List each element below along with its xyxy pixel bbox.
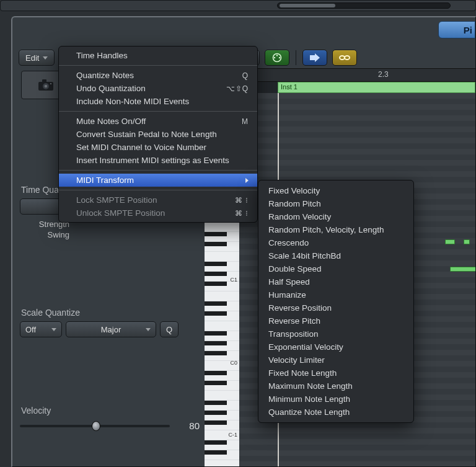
menu-shortcut: ⌘ ⁝ [235, 196, 249, 205]
scale-onoff-select[interactable]: Off [20, 321, 62, 337]
svg-point-9 [274, 57, 275, 58]
menu-item-midi-transform[interactable]: MIDI Transform [59, 174, 257, 187]
svg-point-12 [340, 56, 345, 60]
submenu-item-transposition[interactable]: Transposition [258, 327, 413, 340]
velocity-value: 80 [175, 420, 200, 431]
menu-separator [59, 65, 257, 66]
menu-item-include-nonnote[interactable]: Include Non-Note MIDI Events [59, 95, 257, 108]
functions-menu: Time Handles Quantize Notes Q Undo Quant… [58, 46, 258, 223]
velocity-heading: Velocity [21, 406, 200, 416]
submenu-item-exponential-velocity[interactable]: Exponential Velocity [258, 340, 413, 354]
link-icon[interactable] [332, 50, 357, 66]
menu-item-insert-instrument[interactable]: Insert Instrument MIDI settings as Event… [59, 154, 257, 167]
submenu-item-fixed-note-length[interactable]: Fixed Note Length [258, 367, 413, 380]
menu-item-time-handles[interactable]: Time Handles [59, 49, 257, 62]
slider-thumb[interactable] [92, 421, 100, 431]
submenu-item-scale-14bit[interactable]: Scale 14bit PitchBd [258, 249, 413, 262]
scale-onoff-value: Off [25, 325, 36, 334]
svg-point-18 [50, 83, 51, 84]
octave-label-c1: C1 [230, 277, 237, 283]
scale-mode-select[interactable]: Major [66, 321, 156, 337]
swing-label: Swing [20, 230, 69, 239]
scrollbar-thumb[interactable] [280, 4, 335, 7]
submenu-item-random-velocity[interactable]: Random Velocity [258, 210, 413, 223]
submenu-item-random-pitch[interactable]: Random Pitch [258, 197, 413, 210]
svg-point-10 [279, 57, 280, 58]
submenu-item-reverse-position[interactable]: Reverse Position [258, 301, 413, 314]
ruler-mark: 2.3 [378, 70, 389, 79]
svg-rect-15 [42, 79, 46, 82]
scale-mode-value: Major [101, 325, 121, 334]
q-button-label: Q [166, 325, 172, 334]
submenu-item-fixed-velocity[interactable]: Fixed Velocity [258, 184, 413, 197]
menu-shortcut: ⌥⇧Q [226, 84, 249, 93]
dropdown-caret-icon [51, 328, 56, 331]
horizontal-scrollbar[interactable] [277, 2, 451, 9]
svg-point-11 [276, 55, 278, 56]
menu-item-quantize-notes[interactable]: Quantize Notes Q [59, 69, 257, 82]
octave-label-c0: C0 [230, 360, 237, 366]
menu-separator [59, 111, 257, 112]
dropdown-caret-icon [146, 328, 151, 331]
dropdown-caret-icon [43, 56, 48, 60]
submenu-item-maximum-note-length[interactable]: Maximum Note Length [258, 380, 413, 393]
svg-point-13 [345, 56, 350, 60]
submenu-item-humanize[interactable]: Humanize [258, 288, 413, 301]
menu-shortcut: ⌘ ⁝ [235, 209, 249, 218]
menu-item-unlock-smpte[interactable]: Unlock SMPTE Position ⌘ ⁝ [59, 207, 257, 220]
menu-separator [59, 170, 257, 171]
menu-shortcut: M [242, 117, 249, 126]
midi-in-icon[interactable] [265, 50, 289, 66]
editor-tab-label: Pi [464, 25, 472, 35]
menu-item-convert-sustain[interactable]: Convert Sustain Pedal to Note Length [59, 128, 257, 141]
menu-item-undo-quantization[interactable]: Undo Quantization ⌥⇧Q [59, 82, 257, 95]
midi-note[interactable] [445, 239, 455, 244]
velocity-slider[interactable] [20, 425, 170, 427]
midi-transform-submenu: Fixed Velocity Random Pitch Random Veloc… [258, 180, 414, 423]
scale-quantize-heading: Scale Quantize [21, 308, 200, 318]
submenu-item-velocity-limiter[interactable]: Velocity Limiter [258, 354, 413, 367]
submenu-item-quantize-note-length[interactable]: Quantize Note Length [258, 406, 413, 419]
submenu-item-reverse-pitch[interactable]: Reverse Pitch [258, 314, 413, 327]
editor-tab-right[interactable]: Pi [438, 21, 475, 38]
midi-note[interactable] [464, 239, 470, 244]
midi-out-icon[interactable] [302, 50, 327, 66]
menu-item-mute-notes[interactable]: Mute Notes On/Off M [59, 115, 257, 128]
camera-icon [37, 78, 55, 92]
edit-menu-label: Edit [25, 53, 39, 63]
outer-window-frame [0, 0, 476, 11]
submenu-item-crescendo[interactable]: Crescendo [258, 236, 413, 249]
midi-region[interactable]: Inst 1 [278, 82, 475, 93]
midi-note[interactable] [450, 267, 476, 272]
toolbar-divider [296, 50, 296, 65]
octave-label-c-1: C-1 [228, 432, 237, 438]
submenu-arrow-icon [245, 178, 249, 183]
submenu-item-double-speed[interactable]: Double Speed [258, 262, 413, 275]
menu-separator [59, 190, 257, 190]
edit-menu-button[interactable]: Edit [19, 50, 55, 66]
submenu-item-half-speed[interactable]: Half Speed [258, 275, 413, 288]
menu-item-set-midi-channel[interactable]: Set MIDI Channel to Voice Number [59, 141, 257, 154]
svg-point-17 [45, 85, 48, 88]
scale-quantize-apply-button[interactable]: Q [160, 321, 178, 337]
menu-shortcut: Q [242, 71, 249, 80]
midi-region-name: Inst 1 [281, 83, 298, 91]
submenu-item-random-pvl[interactable]: Random Pitch, Velocity, Length [258, 223, 413, 236]
submenu-item-minimum-note-length[interactable]: Minimum Note Length [258, 393, 413, 406]
menu-item-lock-smpte[interactable]: Lock SMPTE Position ⌘ ⁝ [59, 193, 257, 207]
